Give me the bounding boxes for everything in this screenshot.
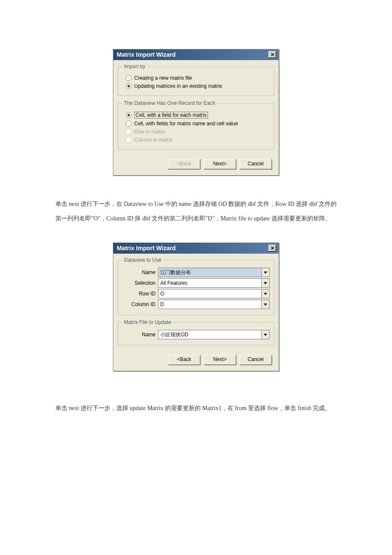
legend-import-by: Import by <box>122 64 147 69</box>
combo-rowid[interactable]: O <box>158 289 270 298</box>
radio-label: Row in matrix <box>134 129 165 135</box>
dialog-body: Import by Creating a new matrix file Upd… <box>113 60 279 175</box>
row-rowid: Row ID O <box>122 289 270 298</box>
combo-name[interactable]: 江门数据分布 <box>158 268 270 277</box>
cancel-button[interactable]: Cancel <box>239 159 272 169</box>
legend-dataview: Dataview to Use <box>122 257 163 263</box>
radio-icon <box>126 129 132 135</box>
back-button: <Back <box>168 159 200 169</box>
combo-value: O <box>159 289 261 298</box>
chevron-down-icon[interactable] <box>261 300 269 309</box>
group-import-by: Import by Creating a new matrix file Upd… <box>118 64 274 96</box>
chevron-down-icon[interactable] <box>261 289 269 298</box>
dialog-body: Dataview to Use Name 江门数据分布 Selection Al… <box>113 254 279 371</box>
dialog-title: Matrix Import Wizard <box>117 51 176 58</box>
titlebar[interactable]: Matrix Import Wizard ✕ <box>113 49 279 60</box>
next-button[interactable]: Next> <box>204 159 236 169</box>
label-selection: Selection <box>122 280 158 286</box>
combo-value: 江门数据分布 <box>159 268 261 277</box>
radio-label: Column in matrix <box>134 137 173 143</box>
legend-record: The Dataview Has One Record for Each <box>122 100 217 106</box>
group-record-for-each: The Dataview Has One Record for Each Cel… <box>118 100 274 150</box>
dialog-title: Matrix Import Wizard <box>117 245 176 251</box>
button-row: <Back Next> Cancel <box>118 350 274 367</box>
titlebar[interactable]: Matrix Import Wizard ✕ <box>113 243 279 254</box>
combo-selection[interactable]: All Features <box>158 278 270 288</box>
radio-label: Updating matrices in an existing matrix <box>134 83 222 89</box>
radio-icon <box>126 75 132 81</box>
legend-update: Matrix File to Update <box>122 319 173 325</box>
combo-value: 小区现状OD <box>159 330 261 339</box>
chevron-down-icon[interactable] <box>261 279 269 287</box>
group-dataview-to-use: Dataview to Use Name 江门数据分布 Selection Al… <box>118 257 274 315</box>
radio-icon <box>126 137 132 143</box>
label-update-name: Name <box>122 332 158 338</box>
label-rowid: Row ID <box>122 291 158 297</box>
combo-update-name[interactable]: 小区现状OD <box>158 330 270 339</box>
paragraph-1: 单击 next 进行下一步，在 Dataview to Use 中的 name … <box>55 197 337 225</box>
dialog-matrix-import-2: Matrix Import Wizard ✕ Dataview to Use N… <box>113 243 279 371</box>
radio-label: Cell, with a field for each matrix <box>134 112 208 119</box>
combo-value: D <box>159 300 261 309</box>
back-button[interactable]: <Back <box>168 355 200 365</box>
paragraph-2: 单击 next 进行下一步，选择 update Matrix 的需要更新的 Ma… <box>55 401 337 416</box>
dialog-matrix-import-1: Matrix Import Wizard ✕ Import by Creatin… <box>113 49 279 176</box>
radio-icon <box>126 112 132 118</box>
chevron-down-icon[interactable] <box>261 268 269 277</box>
row-name: Name 江门数据分布 <box>122 268 270 277</box>
combo-colid[interactable]: D <box>158 300 270 309</box>
row-update-name: Name 小区现状OD <box>122 330 270 339</box>
radio-cell-field[interactable]: Cell, with a field for each matrix <box>126 112 270 119</box>
close-icon[interactable]: ✕ <box>268 245 276 251</box>
row-colid: Column ID D <box>122 300 270 309</box>
radio-updating-existing[interactable]: Updating matrices in an existing matrix <box>126 83 270 89</box>
radio-icon <box>126 121 132 127</box>
radio-label: Cell, with fields for matrix name and ce… <box>134 121 238 127</box>
cancel-button[interactable]: Cancel <box>239 355 272 365</box>
radio-cell-name-value[interactable]: Cell, with fields for matrix name and ce… <box>126 121 270 127</box>
document-page: Matrix Import Wizard ✕ Import by Creatin… <box>0 0 392 555</box>
row-selection: Selection All Features <box>122 278 270 288</box>
combo-value: All Features <box>159 279 261 287</box>
chevron-down-icon[interactable] <box>261 330 269 339</box>
radio-creating-new[interactable]: Creating a new matrix file <box>126 75 270 81</box>
next-button[interactable]: Next> <box>204 355 236 365</box>
radio-row-in-matrix: Row in matrix <box>126 129 270 135</box>
label-colid: Column ID <box>122 301 158 307</box>
radio-column-in-matrix: Column in matrix <box>126 137 270 143</box>
radio-label: Creating a new matrix file <box>134 75 192 81</box>
group-matrix-file-update: Matrix File to Update Name 小区现状OD <box>118 319 274 345</box>
label-name: Name <box>122 269 158 275</box>
radio-icon <box>126 83 132 89</box>
button-row: <Back Next> Cancel <box>118 154 274 171</box>
spacer <box>0 225 392 243</box>
close-icon[interactable]: ✕ <box>268 51 276 58</box>
